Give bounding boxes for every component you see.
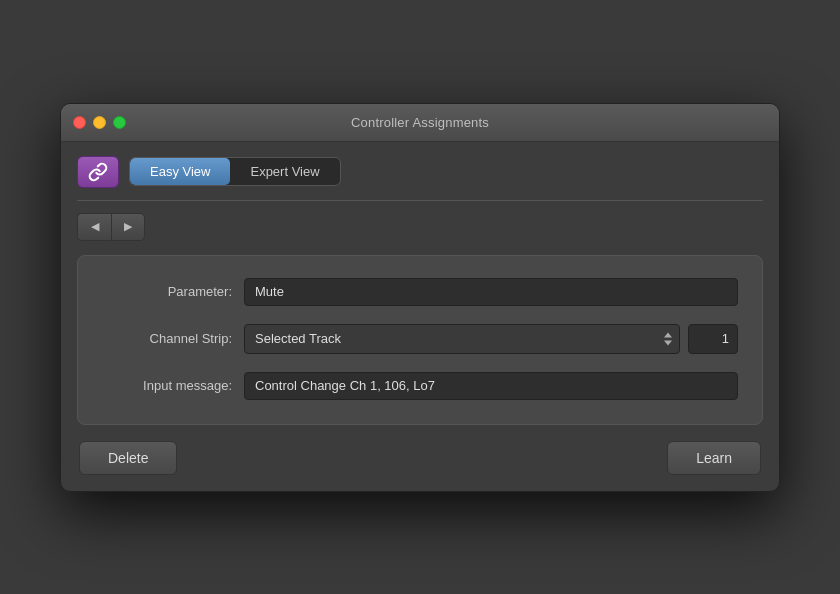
link-icon-button[interactable] <box>77 156 119 188</box>
toolbar: Easy View Expert View <box>77 156 763 188</box>
channel-strip-label: Channel Strip: <box>102 331 232 346</box>
view-toggle: Easy View Expert View <box>129 157 341 186</box>
titlebar: Controller Assignments <box>61 104 779 142</box>
parameter-row: Parameter: <box>102 278 738 306</box>
channel-strip-dropdown[interactable]: Selected Track <box>244 324 680 354</box>
link-icon <box>88 162 108 182</box>
content-panel: Parameter: Channel Strip: Selected Track <box>77 255 763 425</box>
channel-strip-dropdown-container: Selected Track <box>244 324 680 354</box>
back-button[interactable]: ◀ <box>77 213 111 241</box>
channel-strip-row: Channel Strip: Selected Track <box>102 324 738 354</box>
maximize-button[interactable] <box>113 116 126 129</box>
bottom-row: Delete Learn <box>77 441 763 475</box>
input-message-row: Input message: <box>102 372 738 400</box>
channel-strip-controls: Selected Track <box>244 324 738 354</box>
controller-assignments-window: Controller Assignments Easy View Expert … <box>60 103 780 492</box>
close-button[interactable] <box>73 116 86 129</box>
minimize-button[interactable] <box>93 116 106 129</box>
delete-button[interactable]: Delete <box>79 441 177 475</box>
window-body: Easy View Expert View ◀ ▶ Parameter: Cha… <box>61 142 779 491</box>
nav-row: ◀ ▶ <box>77 213 763 241</box>
parameter-input[interactable] <box>244 278 738 306</box>
input-message-input[interactable] <box>244 372 738 400</box>
divider <box>77 200 763 201</box>
traffic-lights <box>73 116 126 129</box>
parameter-label: Parameter: <box>102 284 232 299</box>
channel-strip-number[interactable] <box>688 324 738 354</box>
window-title: Controller Assignments <box>351 115 489 130</box>
forward-button[interactable]: ▶ <box>111 213 145 241</box>
input-message-label: Input message: <box>102 378 232 393</box>
learn-button[interactable]: Learn <box>667 441 761 475</box>
easy-view-button[interactable]: Easy View <box>130 158 230 185</box>
expert-view-button[interactable]: Expert View <box>230 158 339 185</box>
